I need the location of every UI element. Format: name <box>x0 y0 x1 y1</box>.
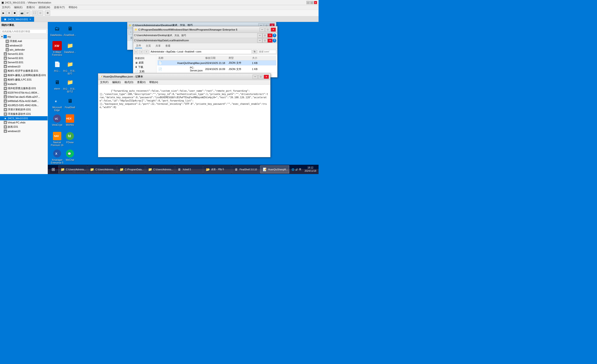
pause-btn[interactable]: ⏸ <box>7 10 12 16</box>
conn-sidebar-desktop[interactable]: 🖥 桌面 <box>133 60 156 65</box>
vm-tab-close[interactable]: ✕ <box>29 18 31 21</box>
taskbar-btn-finalshell[interactable]: 🖥 FinalShell 3.0.10 <box>232 166 260 173</box>
conn-ribbon-home[interactable]: 主页 <box>145 44 152 48</box>
sidebar-item-server02[interactable]: ▣ Server02.E01 <box>0 56 47 60</box>
vm-tab-main[interactable]: ▣ 24CS_Win10.E01 ✕ <box>1 16 34 22</box>
notepad-menu-format[interactable]: 格式(O) <box>124 80 134 84</box>
explorer-conn-window[interactable]: 📁 C:\ProgramData\Microsoft\Windows\Start… <box>133 26 277 78</box>
desktop-icon-wechat[interactable]: 💬 WeChat <box>62 148 78 162</box>
sidebar-item-uuid4[interactable]: ▣ 42c9f523-53f1-4942-81fb... <box>0 103 47 107</box>
taskbar-btn-xshell[interactable]: 🖥 Xshell 5 <box>175 166 203 173</box>
desktop-icon-icon6[interactable]: 📁 办公、方法、技巧 <box>62 59 78 76</box>
desktop-icon-forensics2[interactable]: 📁 办公、方法、技巧2 <box>62 77 78 94</box>
sidebar-item-uuid1[interactable]: ▣ 6329744-670d-4cc1-8834... <box>0 91 47 95</box>
taskbar-btn-admin2[interactable]: 📁 C:\Users\Adminis... <box>88 166 117 173</box>
sidebar-item-kali[interactable]: ▣ 浮渣机-kali <box>0 39 47 43</box>
sidebar-item-win10[interactable]: ▣ windows10 <box>0 43 47 47</box>
nested-restore[interactable]: □ <box>262 33 267 38</box>
taskbar-btn-notepad[interactable]: 📝 HuanQiuShangM... <box>260 166 289 173</box>
explorer-conn-close[interactable]: ✕ <box>271 28 276 32</box>
conn-refresh-btn[interactable]: ↻ <box>252 50 257 54</box>
power-btn[interactable]: ▶ <box>1 10 6 16</box>
sidebar-group-my[interactable]: ▼ □ my <box>0 34 47 39</box>
sidebar-item-virtualpc[interactable]: ▣ Virtual-PC.vhdx <box>0 120 47 125</box>
help-icon-2[interactable]: ? <box>273 39 276 42</box>
conn-back-btn[interactable]: ← <box>134 50 138 54</box>
sidebar-item-jc5[interactable]: ▣ 检材5-嫌疑人PC.E01 <box>0 78 47 82</box>
menu-tab[interactable]: 选项卡(T) <box>53 6 66 9</box>
file-row-pcserver[interactable]: 📄 PC-Server.json 2024/10/25 16:09 JSON 文… <box>157 66 276 73</box>
sidebar-item-kodachi[interactable]: ▣ kodachi <box>0 82 47 86</box>
conn-ribbon-file[interactable]: 文件 <box>135 43 142 48</box>
explorer-conn-controls[interactable]: ─ □ ✕ <box>259 28 276 32</box>
restore-button[interactable]: □ <box>310 1 314 4</box>
settings-btn[interactable]: ⚙ <box>45 10 50 16</box>
sidebar-search-input[interactable] <box>1 29 47 34</box>
desktop-icon-finalshell2[interactable]: 🖥 FinalShell <box>62 95 78 110</box>
taskbar-btn-admin3[interactable]: 📁 C:\Users\Adminis... <box>146 166 174 173</box>
notepad-controls[interactable]: ─ □ ✕ <box>252 75 269 79</box>
explorer-conn-minimize[interactable]: ─ <box>259 28 265 32</box>
snapshot-btn[interactable]: 📷 <box>19 10 24 16</box>
notepad-window[interactable]: 📝 HuanQiuShangMao.json - 记事本 ─ □ ✕ 文件(F)… <box>98 73 270 157</box>
finalshell-close[interactable]: ✕ <box>267 39 273 43</box>
file-row-huanqiu[interactable]: 📄 HuanQiuShangMao.json 2024/10/25 21:18 … <box>157 60 276 66</box>
menu-file[interactable]: 文件(F) <box>1 6 11 9</box>
conn-up-btn[interactable]: ↑ <box>144 50 149 54</box>
notepad-minimize[interactable]: ─ <box>252 75 258 79</box>
conn-forward-btn[interactable]: → <box>139 50 143 54</box>
unity-btn[interactable]: □ <box>38 10 43 16</box>
explorer-conn-restore[interactable]: □ <box>265 28 270 32</box>
taskbar-btn-admin1[interactable]: 📁 C:\Users\Adminis... <box>58 166 87 173</box>
tray-lang[interactable]: 英 <box>299 168 301 171</box>
fullscreen-btn[interactable]: ⛶ <box>32 10 37 16</box>
menu-edit[interactable]: 编辑(E) <box>13 6 24 9</box>
sidebar-item-win10c[interactable]: ▣ windows10 <box>0 129 47 133</box>
nested-minimize[interactable]: ─ <box>257 33 262 38</box>
conn-ribbon-view[interactable]: 查看 <box>165 44 171 48</box>
menu-help[interactable]: 帮助(H) <box>68 6 78 9</box>
back-btn-bg[interactable]: ← <box>128 29 134 34</box>
sidebar-item-fzfw[interactable]: ▣ 浮渣服务器软件.E01 <box>0 112 47 116</box>
sidebar-item-fzjs[interactable]: ▣ 浮渣计算机软件.E01 <box>0 107 47 112</box>
sidebar-item-win10b[interactable]: ▣ windows10 <box>0 64 47 69</box>
menu-vm[interactable]: 虚拟机(M) <box>38 6 51 9</box>
taskbar-btn-program[interactable]: 📁 C:\ProgramData... <box>117 166 145 173</box>
desktop-icon-datanind2[interactable]: 📁 DataNind... <box>62 40 78 55</box>
revert-btn[interactable]: ↩ <box>25 10 30 16</box>
conn-sidebar-download[interactable]: ⬇ 下载 <box>133 65 156 69</box>
conn-search-input[interactable] <box>258 50 276 54</box>
notepad-menu-edit[interactable]: 编辑(E) <box>111 80 122 84</box>
menu-view[interactable]: 查看(V) <box>25 6 36 9</box>
help-icon-1[interactable]: ? <box>273 34 276 37</box>
notepad-close[interactable]: ✕ <box>264 75 269 79</box>
finalshell-restore[interactable]: □ <box>262 39 267 43</box>
sidebar-item-uuid3[interactable]: ▣ b4f0b0a5-f52a-4c02-8a8f... <box>0 99 47 103</box>
nested-close[interactable]: ✕ <box>267 33 273 38</box>
desktop-icon-fdnew[interactable]: fd FDnew <box>62 130 78 145</box>
sidebar-item-uuid2[interactable]: ▣ f29eb7ae-dac6-45db-a247... <box>0 95 47 99</box>
titlebar-controls[interactable]: ─ □ ✕ <box>306 1 317 4</box>
sidebar-item-jw[interactable]: ▣ 境外犯罪窝点服务器.E01 <box>0 86 47 91</box>
sidebar-item-server03[interactable]: ▣ Server03.E01 <box>0 60 47 64</box>
desktop-icon-winhex[interactable]: HEX WinHex <box>62 113 78 127</box>
sidebar-item-guhua[interactable]: ▣ 故画.E01 <box>0 125 47 129</box>
conn-address-box[interactable]: Administrator › AppData › Local › finals… <box>149 49 252 54</box>
conn-ribbon-share[interactable]: 共享 <box>155 44 162 48</box>
sidebar-search[interactable] <box>0 28 47 34</box>
sidebar-item-windefender[interactable]: ▣ win_defender <box>0 47 47 52</box>
close-button[interactable]: ✕ <box>314 1 317 4</box>
notepad-maximize[interactable]: □ <box>258 75 263 79</box>
notepad-content[interactable]: {"forwarding_auto_reconnect":false,"cust… <box>98 85 270 157</box>
sidebar-item-jc1[interactable]: ▣ 检材1-经济平台服务器.E01 <box>0 69 47 73</box>
minimize-button[interactable]: ─ <box>306 1 310 4</box>
desktop-icon-finalshell[interactable]: 🖥 FinalShell... <box>62 23 78 38</box>
notepad-menu-view[interactable]: 查看(V) <box>136 80 147 84</box>
sidebar-item-jc4[interactable]: ▣ 检材4-嫌疑人运维网站服务器.E01 <box>0 73 47 78</box>
finalshell-minimize[interactable]: ─ <box>257 39 262 43</box>
stop-btn[interactable]: ⏹ <box>12 10 17 16</box>
notepad-menu-help[interactable]: 帮助(H) <box>148 80 159 84</box>
sidebar-item-24cs[interactable]: ▣ 24CS_Win10.E01 <box>0 116 47 120</box>
taskbar-btn-xftp[interactable]: 📂 桌面 - Xftp 5 <box>203 166 231 173</box>
notepad-menu-file[interactable]: 文件(F) <box>99 80 109 84</box>
